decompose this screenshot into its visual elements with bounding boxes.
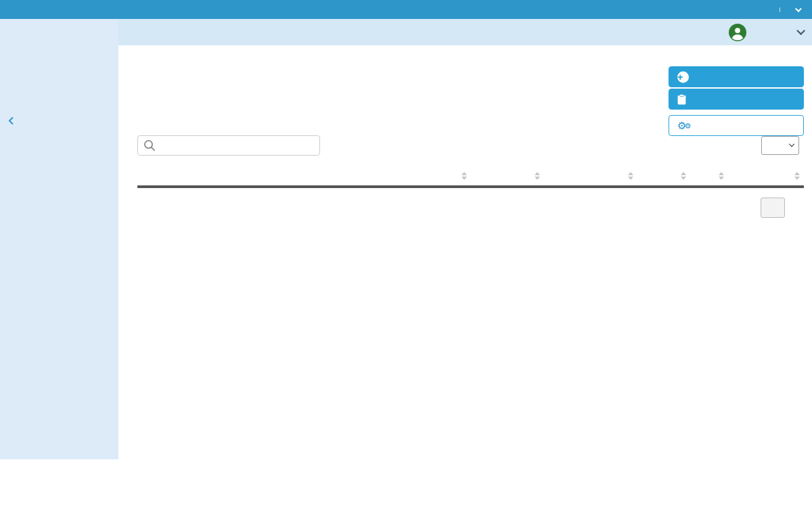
column-header-ingevuld[interactable] [637,166,690,185]
table-toolbar [137,135,804,156]
sort-icon[interactable] [681,172,686,180]
sidebar-sublinks [0,81,118,99]
navbar-left-spacer [0,19,118,45]
main-content: + ⚙⚙ [118,45,812,459]
settings-sidebar [0,45,118,459]
language-selector[interactable] [780,7,805,12]
clipboard-icon [677,94,686,105]
avatar [729,24,746,41]
sort-icon[interactable] [628,172,633,180]
fill-form-button[interactable] [669,89,804,110]
table-header [137,166,804,187]
main-navbar [0,19,812,45]
sidebar-collapse-button[interactable] [8,116,118,125]
sort-icon[interactable] [794,172,800,180]
page-actions: + ⚙⚙ [669,66,804,136]
notifications-button[interactable]: ⚙⚙ [669,115,804,136]
sort-icon[interactable] [461,172,467,180]
chevron-left-icon [8,116,14,125]
search-input[interactable] [137,135,320,156]
sort-icon[interactable] [535,172,540,180]
table-footer [137,193,804,218]
column-header-status[interactable] [471,166,544,185]
user-menu[interactable] [729,19,812,45]
page-size-select[interactable] [761,136,799,155]
column-header-versie[interactable] [544,166,637,185]
chevron-down-icon [795,5,802,12]
pagination-page-1[interactable] [761,198,785,218]
plus-icon: + [677,71,689,83]
pagination [742,198,804,218]
app-window: + ⚙⚙ [0,0,812,525]
column-header-formulier-type[interactable] [137,166,471,185]
add-form-button[interactable]: + [669,66,804,87]
column-header-actions[interactable] [728,166,804,185]
column-header-extra[interactable] [690,166,728,185]
forms-table [137,166,804,188]
sort-icon[interactable] [719,172,724,180]
search-icon [143,139,156,152]
chevron-down-icon[interactable] [796,26,805,35]
table-body [137,187,804,188]
topbar [0,0,812,19]
gears-icon: ⚙⚙ [677,120,691,131]
